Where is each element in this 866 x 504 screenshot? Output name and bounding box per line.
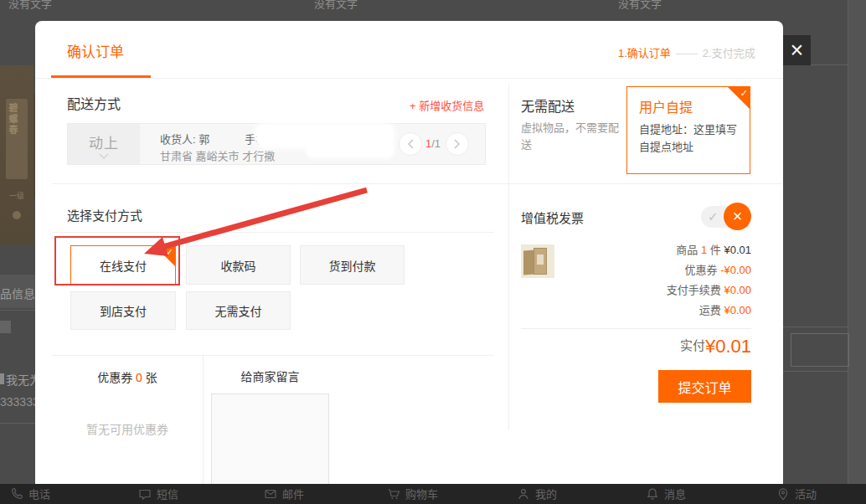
bg-right-panel (848, 0, 866, 504)
address-prev-button[interactable] (399, 132, 422, 156)
chat-icon (138, 487, 152, 501)
phone-icon (10, 487, 23, 501)
payment-option-label: 无需支付 (215, 302, 262, 319)
section-divider (52, 232, 494, 233)
bg-text-fragment (0, 373, 4, 384)
self-pickup-address: 自提地址：这里填写自提点地址 (639, 121, 740, 156)
summary-row-goods: 商品 1 件 ¥0.01 (521, 240, 751, 260)
coupon-empty-text: 暂无可用优惠券 (52, 420, 203, 437)
address-next-button[interactable] (446, 132, 469, 156)
payment-option-label: 收款码 (221, 257, 256, 274)
toolbar-label: 邮件 (282, 486, 304, 501)
invoice-off-button[interactable]: × (724, 203, 751, 230)
fee-value: ¥0.00 (724, 284, 751, 296)
toolbar-label: 我的 (535, 486, 557, 501)
address-line: 甘肃省 嘉峪关市 才行撒 (160, 147, 275, 163)
modal-close-button[interactable]: × (783, 35, 811, 65)
payment-option-nopay[interactable]: 无需支付 (186, 291, 291, 330)
coupon-title: 优惠券 0 张 (52, 368, 203, 385)
delivery-method-heading: 配送方式 (67, 93, 121, 113)
toolbar-label: 活动 (795, 486, 817, 501)
payment-option-label: 到店支付 (100, 302, 147, 319)
toolbar-item-activity[interactable]: 活动 (776, 486, 817, 501)
payment-option-instore[interactable]: 到店支付 (70, 291, 176, 330)
check-icon: ✓ (708, 209, 719, 224)
total-label: 实付 (680, 338, 705, 352)
total-value: ¥0.01 (705, 336, 751, 357)
toolbar-item-phone[interactable]: 电话 (10, 486, 50, 501)
panel-divider (508, 84, 509, 429)
toolbar-item-mail[interactable]: 邮件 (264, 486, 304, 501)
checkout-steps: 1.确认订单2.支付完成 (618, 44, 755, 60)
payment-option-cod[interactable]: 货到付款 (300, 245, 405, 285)
coupon-suffix: 张 (142, 371, 157, 384)
merchant-message-heading: 给商家留言 (211, 368, 329, 384)
fee-label: 支付手续费 (667, 284, 724, 296)
bg-divider (783, 327, 848, 327)
page: 没有文字 没有文字 没有文字 碧螺春 一级 品信息 我无为 3333333333… (0, 0, 866, 504)
toolbar-item-cart[interactable]: 购物车 (387, 486, 438, 501)
toolbar-label: 电话 (28, 486, 50, 501)
mail-icon (264, 487, 277, 501)
toolbar-item-messages[interactable]: 消息 (646, 486, 686, 501)
total-row: 实付¥0.01 (521, 336, 751, 357)
coupon-count: 0 (136, 371, 142, 384)
shipping-value: ¥0.00 (724, 304, 751, 316)
bg-divider (811, 64, 848, 65)
summary-row-coupon: 优惠券 -¥0.00 (521, 260, 751, 280)
check-icon: ✓ (166, 247, 173, 258)
summary-row-fee: 支付手续费 ¥0.00 (521, 280, 751, 301)
bg-header-label: 没有文字 (8, 0, 52, 11)
goods-label: 商品 (676, 244, 701, 256)
address-pagination: 1/1 (425, 137, 441, 150)
delivery-method-selector[interactable]: 动上 (68, 124, 140, 164)
payment-option-label: 在线支付 (100, 257, 147, 274)
payment-option-label: 货到付款 (329, 257, 376, 274)
payment-option-online[interactable]: ✓ 在线支付 (70, 245, 176, 285)
bg-divider (783, 371, 848, 372)
close-icon: × (733, 207, 743, 226)
check-icon: ✓ (740, 88, 748, 99)
bg-divider (0, 310, 35, 311)
coupon-value: -¥0.00 (720, 264, 751, 276)
close-icon: × (791, 38, 804, 64)
bottom-toolbar: 电话 短信 邮件 购物车 我的 消息 活动 (0, 484, 866, 504)
toolbar-item-sms[interactable]: 短信 (138, 486, 178, 501)
bg-product-name: 碧螺春 (6, 103, 19, 136)
coupon-label: 优惠券 (685, 264, 721, 276)
address-card[interactable]: 动上 收货人: 郭手机: 甘肃省 嘉峪关市 才行撒 1/1 (67, 123, 486, 165)
step-confirm-order: 1.确认订单 (618, 47, 671, 59)
payment-option-qrcode[interactable]: 收款码 (186, 245, 291, 285)
goods-value: ¥0.01 (724, 244, 751, 256)
chevron-right-icon (454, 139, 461, 149)
pin-icon (776, 487, 790, 501)
bg-product-grade: 一级 (6, 190, 28, 201)
section-divider (52, 183, 781, 184)
self-pickup-option[interactable]: ✓ 用户自提 自提地址：这里填写自提点地址 (626, 86, 750, 174)
cart-icon (387, 487, 400, 501)
bg-input-box (791, 333, 849, 367)
phone-redaction (307, 142, 393, 157)
step-connector (676, 54, 698, 54)
order-summary: 商品 1 件 ¥0.01 优惠券 -¥0.00 支付手续费 ¥0.00 运费 ¥… (521, 240, 751, 321)
bell-icon (646, 487, 659, 501)
bg-product-seal (13, 211, 21, 219)
modal-title: 确认订单 (67, 40, 124, 61)
no-delivery-option[interactable]: 无需配送 (521, 95, 575, 116)
summary-divider (521, 328, 751, 329)
toolbar-label: 短信 (157, 486, 178, 501)
bg-product-label: 碧螺春 一级 (6, 99, 28, 179)
add-shipping-info-link[interactable]: + 新增收货信息 (410, 97, 484, 113)
payment-method-heading: 选择支付方式 (67, 206, 142, 224)
bg-text-fragment (0, 321, 11, 333)
recipient-label: 收货人: 郭 (160, 133, 209, 146)
bg-header-label: 没有文字 (314, 0, 358, 11)
submit-order-button[interactable]: 提交订单 (658, 370, 751, 403)
summary-row-shipping: 运费 ¥0.00 (521, 301, 751, 321)
step-payment-complete: 2.支付完成 (703, 47, 755, 59)
toolbar-item-mine[interactable]: 我的 (517, 486, 557, 501)
goods-unit: 件 (707, 244, 724, 256)
bg-tab-label: 品信息 (0, 285, 35, 301)
confirm-order-modal: 确认订单 1.确认订单2.支付完成 配送方式 + 新增收货信息 动上 收货人: … (35, 21, 783, 504)
header-divider (35, 78, 783, 79)
